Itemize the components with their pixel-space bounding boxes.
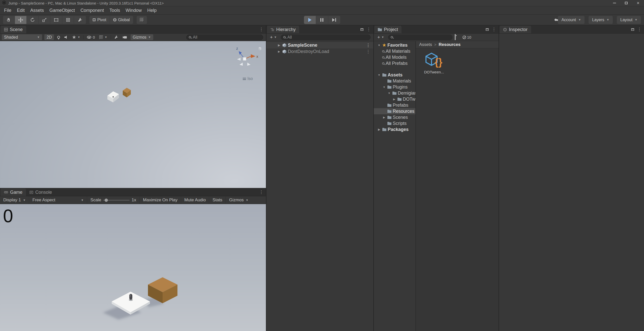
hierarchy-search-input[interactable]: All xyxy=(281,35,371,40)
foldout-arrow-icon[interactable]: ▶ xyxy=(277,44,281,47)
foldout-arrow-icon[interactable]: ▶ xyxy=(377,128,381,131)
projection-mode-label[interactable]: Iso xyxy=(243,76,253,81)
tab-project[interactable]: Project xyxy=(374,26,402,33)
foldout-arrow-icon[interactable]: ▶ xyxy=(392,98,396,101)
close-button[interactable]: × xyxy=(632,0,644,6)
hierarchy-menu-icon[interactable]: ⋮ xyxy=(366,27,371,32)
maximize-button[interactable] xyxy=(620,0,632,6)
project-favorites[interactable]: ▼ Favorites xyxy=(374,42,415,48)
account-dropdown[interactable]: Account ▼ xyxy=(558,16,585,24)
row-menu-icon[interactable]: ⋮ xyxy=(366,49,373,54)
game-gizmos-dropdown[interactable]: Gizmos ▼ xyxy=(226,196,252,204)
project-add-button[interactable]: + ▼ xyxy=(376,34,386,40)
breadcrumb-resources[interactable]: Resources xyxy=(439,42,461,47)
foldout-arrow-icon[interactable]: ▶ xyxy=(382,116,386,119)
hidden-objects-button[interactable]: 0 xyxy=(86,34,96,40)
project-folder-materials[interactable]: Materials xyxy=(374,78,415,84)
project-all-models[interactable]: All Models xyxy=(374,54,415,60)
project-all-materials[interactable]: All Materials xyxy=(374,48,415,54)
project-folder-scripts[interactable]: Scripts xyxy=(374,120,415,126)
scene-tools-button[interactable] xyxy=(113,34,119,40)
transform-tool-button[interactable] xyxy=(62,16,74,24)
project-folder-plugins[interactable]: ▼ Plugins xyxy=(374,84,415,90)
display-dropdown[interactable]: Display 1 ▼ xyxy=(0,196,29,204)
row-menu-icon[interactable]: ⋮ xyxy=(366,43,373,47)
scene-camera-button[interactable] xyxy=(122,34,128,40)
tab-hierarchy[interactable]: Hierarchy xyxy=(267,26,299,33)
menu-component[interactable]: Component xyxy=(78,7,107,14)
step-button[interactable] xyxy=(328,16,340,24)
tab-game[interactable]: Game xyxy=(1,188,26,196)
scale-slider[interactable] xyxy=(103,200,130,201)
global-toggle-button[interactable]: Global xyxy=(110,16,133,24)
tab-console[interactable]: Console xyxy=(26,188,55,196)
project-folder-dotween[interactable]: ▶ DOTween xyxy=(374,96,415,102)
stats-toggle[interactable]: Stats xyxy=(209,196,226,204)
scene-grid-dropdown[interactable]: ▼ xyxy=(98,34,108,40)
dock-options-icon[interactable] xyxy=(631,28,634,31)
menu-gameobject[interactable]: GameObject xyxy=(47,7,78,14)
foldout-arrow-icon[interactable]: ▼ xyxy=(387,92,391,95)
game-viewport[interactable]: 0 xyxy=(0,204,266,331)
menu-tools[interactable]: Tools xyxy=(107,7,123,14)
minimize-button[interactable] xyxy=(608,0,620,6)
menu-assets[interactable]: Assets xyxy=(27,7,47,14)
search-by-type-button[interactable] xyxy=(455,35,456,40)
rotate-tool-button[interactable] xyxy=(27,16,39,24)
hierarchy-item-dontdestroyonload[interactable]: ▶ DontDestroyOnLoad ⋮ xyxy=(266,48,373,55)
gizmos-dropdown[interactable]: Gizmos ▼ xyxy=(131,34,153,40)
asset-dotween-settings[interactable]: {} DOTween... xyxy=(421,52,447,74)
foldout-arrow-icon[interactable]: ▼ xyxy=(377,44,381,47)
foldout-arrow-icon[interactable]: ▼ xyxy=(382,86,386,89)
menu-window[interactable]: Window xyxy=(123,7,144,14)
project-all-prefabs[interactable]: All Prefabs xyxy=(374,60,415,66)
menu-file[interactable]: File xyxy=(1,7,14,14)
project-search-input[interactable] xyxy=(388,35,452,40)
inspector-menu-icon[interactable]: ⋮ xyxy=(637,27,641,32)
scene-viewport[interactable]: z x Iso xyxy=(0,41,266,188)
grid-snapping-button[interactable] xyxy=(137,16,147,24)
scene-search-input[interactable]: All xyxy=(186,35,263,40)
aspect-dropdown[interactable]: Free Aspect ▼ xyxy=(29,196,87,204)
hidden-packages-button[interactable]: 10 xyxy=(463,35,471,39)
scale-tool-button[interactable] xyxy=(39,16,50,24)
foldout-arrow-icon[interactable]: ▶ xyxy=(277,50,281,53)
dock-options-icon[interactable] xyxy=(360,28,363,31)
dock-options-icon[interactable] xyxy=(486,28,489,31)
tab-inspector[interactable]: Inspector xyxy=(500,26,531,33)
project-folder-packages[interactable]: ▶ Packages xyxy=(374,126,415,132)
scene-menu-icon[interactable]: ⋮ xyxy=(259,27,263,32)
hierarchy-add-button[interactable]: + ▼ xyxy=(268,34,279,40)
scene-camera-preview-icon[interactable] xyxy=(258,47,262,52)
project-folder-scenes[interactable]: ▶ Scenes xyxy=(374,114,415,120)
custom-tools-button[interactable] xyxy=(74,16,86,24)
move-tool-button[interactable] xyxy=(15,16,27,24)
mute-audio-toggle[interactable]: Mute Audio xyxy=(181,196,209,204)
menu-help[interactable]: Help xyxy=(144,7,159,14)
game-menu-icon[interactable]: ⋮ xyxy=(259,190,263,194)
maximize-on-play-toggle[interactable]: Maximize On Play xyxy=(140,196,181,204)
layout-dropdown[interactable]: Layout ▼ xyxy=(617,16,641,24)
layers-dropdown[interactable]: Layers ▼ xyxy=(589,16,613,24)
shading-mode-dropdown[interactable]: Shaded ▼ xyxy=(2,34,42,40)
project-folder-demigiant[interactable]: ▼ Demigiant xyxy=(374,90,415,96)
hand-tool-button[interactable] xyxy=(3,16,15,24)
breadcrumb-assets[interactable]: Assets xyxy=(419,42,432,47)
tab-scene[interactable]: Scene xyxy=(1,26,26,33)
pause-button[interactable] xyxy=(316,16,328,24)
play-button[interactable] xyxy=(304,16,316,24)
foldout-arrow-icon[interactable]: ▼ xyxy=(377,73,381,76)
project-folder-prefabs[interactable]: Prefabs xyxy=(374,102,415,108)
scale-slider-knob[interactable] xyxy=(105,199,108,202)
2d-toggle-button[interactable]: 2D xyxy=(44,34,54,40)
pivot-toggle-button[interactable]: Pivot xyxy=(89,16,110,24)
project-folder-assets[interactable]: ▼ Assets xyxy=(374,72,415,78)
scene-effects-dropdown[interactable]: ▼ xyxy=(71,34,81,40)
scene-audio-button[interactable] xyxy=(63,34,69,40)
hierarchy-item-samplescene[interactable]: ▶ SampleScene ⋮ xyxy=(266,42,373,48)
project-folder-resources[interactable]: Resources xyxy=(374,108,415,114)
menu-edit[interactable]: Edit xyxy=(14,7,27,14)
rect-tool-button[interactable] xyxy=(50,16,62,24)
project-menu-icon[interactable]: ⋮ xyxy=(492,27,496,32)
scene-lighting-button[interactable] xyxy=(56,34,61,40)
